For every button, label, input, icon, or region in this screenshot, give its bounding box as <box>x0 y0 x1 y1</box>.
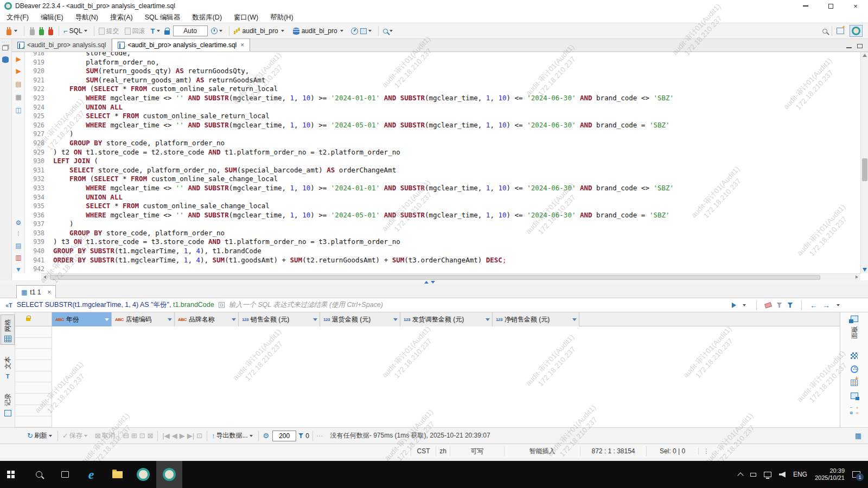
execute-statement-icon[interactable]: ▶ <box>14 55 23 64</box>
open-perspective-button[interactable] <box>837 28 844 34</box>
aggregate-panel-icon[interactable] <box>851 380 858 386</box>
save-button[interactable]: 保存 <box>69 431 82 440</box>
menu-item[interactable]: 帮助(H) <box>270 13 293 22</box>
result-tab-t1[interactable]: ▦ t1 1 × <box>16 285 56 298</box>
vscroll-thumb[interactable] <box>862 158 867 181</box>
quick-access-search-button[interactable] <box>822 29 827 34</box>
usb-tray-icon[interactable] <box>750 473 756 477</box>
column-filter-dropdown-icon[interactable] <box>168 318 172 321</box>
search-menu-button[interactable] <box>383 29 395 34</box>
start-button[interactable] <box>0 461 26 488</box>
results-grid[interactable]: ABC年份ABC店铺编码ABC品牌名称123销售金额 (元)123退货金额 (元… <box>15 312 840 427</box>
menu-item[interactable]: SQL 编辑器 <box>145 13 181 22</box>
minimize-button[interactable] <box>793 0 818 12</box>
scroll-up-arrow[interactable] <box>863 54 867 57</box>
close-button[interactable]: × <box>843 0 868 12</box>
column-filter-dropdown-icon[interactable] <box>393 318 398 321</box>
sash-down-arrow[interactable] <box>431 281 435 284</box>
database-navigator-icon[interactable] <box>2 56 9 63</box>
tray-expand-icon[interactable] <box>737 472 743 478</box>
split-panel-icon[interactable] <box>851 393 858 399</box>
column-header[interactable]: ABC年份 <box>52 312 112 326</box>
more-options-dots[interactable]: ⋯ <box>316 432 323 440</box>
maximize-view-icon[interactable] <box>857 44 863 48</box>
edit-filter-icon[interactable] <box>776 303 782 308</box>
transaction-mode-button[interactable]: T <box>151 27 162 35</box>
grid-body[interactable] <box>15 326 840 427</box>
menu-item[interactable]: 编辑(E) <box>41 13 63 22</box>
dashboard-button[interactable] <box>351 28 358 35</box>
menu-item[interactable]: 文件(F) <box>7 13 29 22</box>
disconnect-button[interactable] <box>29 27 36 35</box>
column-header[interactable]: 123净销售金额 (元) <box>493 312 579 326</box>
result-settings-gear-icon[interactable]: ⚙ <box>263 432 270 440</box>
filters-menu-icon[interactable] <box>787 303 793 308</box>
editor-tab-analysis[interactable]: <audit_bi_pro> analysis.sql <box>12 38 112 52</box>
refresh-button[interactable]: 刷新 <box>34 431 47 440</box>
editor-horizontal-scrollbar[interactable] <box>41 273 860 280</box>
filter-count-icon[interactable] <box>298 433 303 438</box>
export-data-button[interactable]: 导出数据... <box>216 431 248 440</box>
network-tray-icon[interactable] <box>764 472 771 477</box>
expand-filter-icon[interactable] <box>219 302 225 308</box>
save-doc-icon[interactable]: ▼ <box>14 266 23 274</box>
restore-panel-icon[interactable] <box>2 46 8 50</box>
commit-button[interactable]: 提交 <box>99 27 119 36</box>
empty-row[interactable] <box>15 416 52 428</box>
volume-tray-icon[interactable] <box>779 472 786 478</box>
menu-item[interactable]: 数据库(D) <box>192 13 222 22</box>
file-explorer-button[interactable] <box>104 461 130 488</box>
new-connection-button[interactable] <box>5 27 20 35</box>
rollback-button[interactable]: 回滚 <box>125 27 145 36</box>
scroll-left-arrow[interactable] <box>43 275 46 279</box>
cancel-button[interactable]: 取消 <box>102 431 115 440</box>
refresh-dropdown[interactable] <box>49 435 52 437</box>
more-dots-icon[interactable]: ⁞ <box>14 230 23 239</box>
result-view-tab[interactable]: 网格 <box>1 314 15 345</box>
column-header[interactable]: 123退货金额 (元) <box>320 312 400 326</box>
connection-combo[interactable]: audit_bi_pro <box>234 27 286 35</box>
editor-results-sash[interactable] <box>0 280 868 284</box>
scroll-down-arrow[interactable] <box>863 268 867 272</box>
empty-row[interactable] <box>15 382 52 394</box>
history-back-icon[interactable]: ← <box>810 301 818 309</box>
sql-editor-menu[interactable]: ⌐SQL <box>63 27 90 35</box>
lock-button[interactable] <box>164 28 170 35</box>
fetch-size-input[interactable] <box>272 431 296 441</box>
editor-vertical-scrollbar[interactable] <box>860 52 868 273</box>
taskbar-clock[interactable]: 20:39 2025/10/21 <box>815 467 845 481</box>
error-doc-icon[interactable]: ▥ <box>14 254 23 262</box>
hscroll-thumb[interactable] <box>50 275 820 280</box>
scroll-right-arrow[interactable] <box>856 275 858 279</box>
settings-gear-icon[interactable]: ⚙ <box>14 219 23 228</box>
language-indicator[interactable]: ENG <box>793 471 807 478</box>
result-tab-close-icon[interactable]: × <box>47 288 51 296</box>
task-view-button[interactable] <box>52 461 78 488</box>
invalidate-button[interactable] <box>47 27 54 35</box>
grid-corner-cell[interactable] <box>15 312 52 326</box>
sash-up-arrow[interactable] <box>424 281 429 284</box>
maximize-button[interactable] <box>818 0 843 12</box>
panel-layout-icons[interactable]: −＋⊗＝ <box>849 406 860 415</box>
apply-filter-icon[interactable] <box>732 303 736 308</box>
column-filter-dropdown-icon[interactable] <box>486 318 490 321</box>
sql-code-editor[interactable]: 918 store_code,919 platform_order_no,920… <box>25 52 860 273</box>
grid-mini-icon[interactable]: ▦ <box>855 432 868 440</box>
transaction-log-button[interactable] <box>211 28 225 34</box>
dbeaver-taskbar-button[interactable] <box>130 461 156 488</box>
dbeaver-perspective-button[interactable] <box>850 25 863 37</box>
action-center-icon[interactable]: 1 <box>852 471 860 478</box>
result-view-tab[interactable]: 文本T <box>1 352 15 382</box>
export-dropdown[interactable] <box>250 435 253 437</box>
clear-filter-icon[interactable] <box>764 302 772 308</box>
export-log-icon[interactable]: ▤ <box>14 242 23 251</box>
empty-row[interactable] <box>15 371 52 383</box>
script-icon[interactable]: ▦ <box>14 93 23 102</box>
menu-item[interactable]: 导航(N) <box>75 13 98 22</box>
tab-close-icon[interactable]: × <box>240 41 244 49</box>
empty-row[interactable] <box>15 405 52 416</box>
column-header[interactable]: ABC店铺编码 <box>112 312 175 326</box>
internet-explorer-button[interactable]: e <box>78 461 104 488</box>
column-header[interactable]: ABC品牌名称 <box>175 312 239 326</box>
empty-row[interactable] <box>15 338 52 349</box>
